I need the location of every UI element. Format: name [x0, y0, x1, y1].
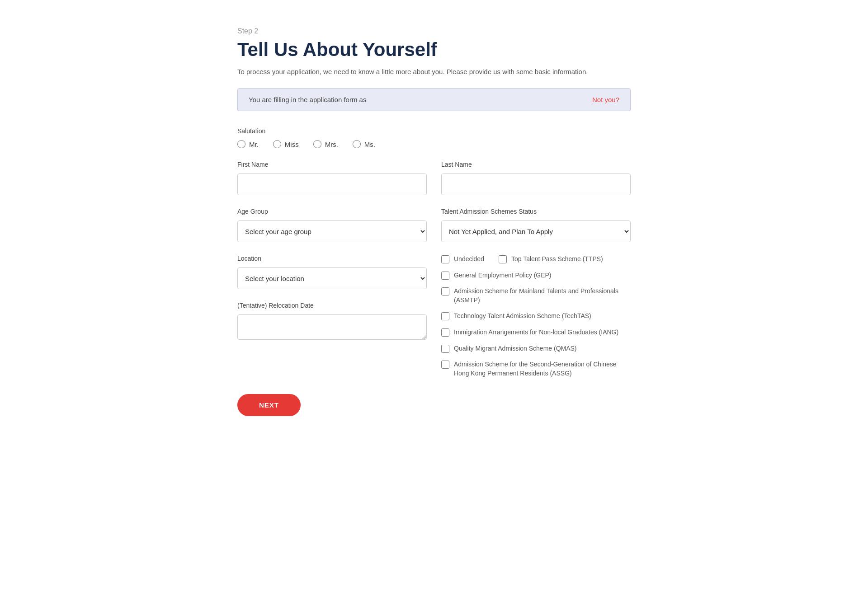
first-name-input[interactable]: [237, 173, 427, 195]
radio-mr[interactable]: Mr.: [237, 140, 259, 148]
checkbox-assg-input[interactable]: [441, 361, 449, 369]
not-you-link[interactable]: Not you?: [592, 96, 619, 103]
location-left: Location Select your location Hong Kong …: [237, 255, 427, 378]
salutation-radio-group: Mr. Miss Mrs. Ms.: [237, 140, 631, 148]
checkbox-iang-label: Immigration Arrangements for Non-local G…: [454, 328, 618, 337]
checkbox-asmtp-input[interactable]: [441, 287, 449, 295]
age-group-select[interactable]: Select your age group Under 18 18-25 26-…: [237, 220, 427, 242]
checkbox-undecided-input[interactable]: [441, 255, 449, 263]
radio-ms-label: Ms.: [364, 141, 375, 148]
talent-status-label: Talent Admission Schemes Status: [441, 208, 631, 215]
radio-mrs[interactable]: Mrs.: [313, 140, 338, 148]
radio-mr-input[interactable]: [237, 140, 245, 148]
checkbox-gep[interactable]: General Employment Policy (GEP): [441, 271, 631, 280]
info-banner: You are filling in the application form …: [237, 88, 631, 111]
radio-mr-label: Mr.: [249, 141, 259, 148]
step-label: Step 2: [237, 27, 631, 35]
next-button[interactable]: NEXT: [237, 394, 301, 416]
salutation-section: Salutation Mr. Miss Mrs. Ms.: [237, 127, 631, 148]
checkbox-asmtp[interactable]: Admission Scheme for Mainland Talents an…: [441, 287, 631, 305]
location-select[interactable]: Select your location Hong Kong Mainland …: [237, 267, 427, 289]
checkbox-iang[interactable]: Immigration Arrangements for Non-local G…: [441, 328, 631, 337]
checkbox-undecided-label: Undecided: [454, 255, 484, 264]
last-name-section: Last Name: [441, 161, 631, 195]
checkbox-iang-input[interactable]: [441, 328, 449, 337]
checkbox-qmas-label: Quality Migrant Admission Scheme (QMAS): [454, 344, 577, 353]
location-section: Location Select your location Hong Kong …: [237, 255, 427, 289]
schemes-checkboxes: Undecided Top Talent Pass Scheme (TTPS) …: [441, 255, 631, 378]
radio-mrs-input[interactable]: [313, 140, 321, 148]
info-banner-text: You are filling in the application form …: [249, 96, 589, 103]
radio-miss-input[interactable]: [273, 140, 281, 148]
checkbox-assg[interactable]: Admission Scheme for the Second-Generati…: [441, 360, 631, 378]
page-title: Tell Us About Yourself: [237, 39, 631, 61]
radio-ms-input[interactable]: [353, 140, 361, 148]
location-schemes-row: Location Select your location Hong Kong …: [237, 255, 631, 378]
relocation-date-section: (Tentative) Relocation Date: [237, 302, 427, 342]
first-name-label: First Name: [237, 161, 427, 168]
radio-miss-label: Miss: [285, 141, 299, 148]
last-name-input[interactable]: [441, 173, 631, 195]
first-name-section: First Name: [237, 161, 427, 195]
checkbox-ttps-label: Top Talent Pass Scheme (TTPS): [511, 255, 603, 264]
radio-mrs-label: Mrs.: [325, 141, 338, 148]
last-name-label: Last Name: [441, 161, 631, 168]
schemes-right: Undecided Top Talent Pass Scheme (TTPS) …: [441, 255, 631, 378]
salutation-label: Salutation: [237, 127, 631, 135]
location-label: Location: [237, 255, 427, 262]
checkbox-asmtp-label: Admission Scheme for Mainland Talents an…: [454, 287, 631, 305]
checkbox-ttps[interactable]: Top Talent Pass Scheme (TTPS): [499, 255, 603, 264]
checkbox-qmas[interactable]: Quality Migrant Admission Scheme (QMAS): [441, 344, 631, 353]
checkbox-undecided[interactable]: Undecided: [441, 255, 484, 264]
checkbox-qmas-input[interactable]: [441, 345, 449, 353]
checkbox-gep-label: General Employment Policy (GEP): [454, 271, 552, 280]
relocation-date-input[interactable]: [237, 314, 427, 340]
age-talent-row: Age Group Select your age group Under 18…: [237, 208, 631, 242]
name-row: First Name Last Name: [237, 161, 631, 195]
radio-miss[interactable]: Miss: [273, 140, 299, 148]
checkbox-techtas-label: Technology Talent Admission Scheme (Tech…: [454, 312, 591, 321]
talent-status-select[interactable]: Not Yet Applied, and Plan To Apply Alrea…: [441, 220, 631, 242]
page-description: To process your application, we need to …: [237, 68, 631, 75]
checkbox-gep-input[interactable]: [441, 272, 449, 280]
checkbox-techtas-input[interactable]: [441, 312, 449, 320]
relocation-date-label: (Tentative) Relocation Date: [237, 302, 427, 309]
age-group-label: Age Group: [237, 208, 427, 215]
talent-status-section: Talent Admission Schemes Status Not Yet …: [441, 208, 631, 242]
age-group-section: Age Group Select your age group Under 18…: [237, 208, 427, 242]
checkbox-ttps-input[interactable]: [499, 255, 507, 263]
checkbox-assg-label: Admission Scheme for the Second-Generati…: [454, 360, 631, 378]
checkbox-techtas[interactable]: Technology Talent Admission Scheme (Tech…: [441, 312, 631, 321]
schemes-row-1: Undecided Top Talent Pass Scheme (TTPS): [441, 255, 631, 264]
radio-ms[interactable]: Ms.: [353, 140, 375, 148]
